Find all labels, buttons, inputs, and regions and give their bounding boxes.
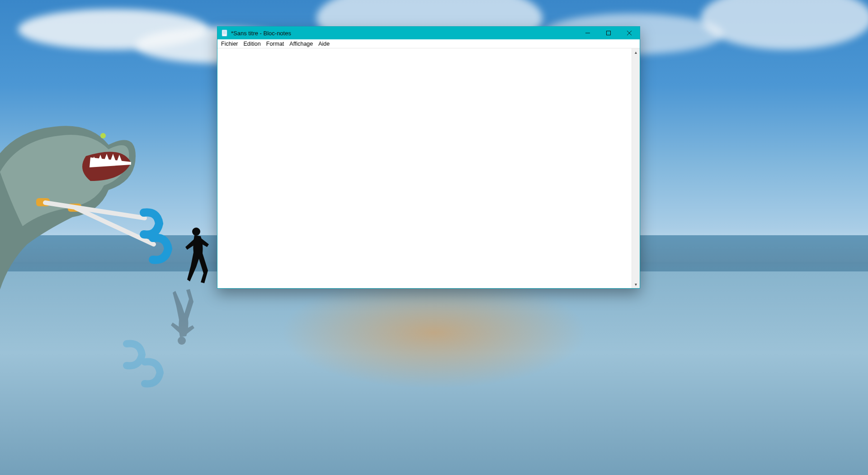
menu-view[interactable]: Affichage (287, 40, 316, 48)
menu-format[interactable]: Format (264, 40, 287, 48)
close-button[interactable] (619, 27, 640, 39)
scroll-down-arrow-icon[interactable]: ▾ (632, 280, 640, 288)
menu-file[interactable]: Fichier (218, 40, 241, 48)
close-icon (627, 31, 632, 35)
window-title: *Sans titre - Bloc-notes (231, 30, 291, 37)
svg-point-11 (178, 337, 186, 345)
menubar: Fichier Edition Format Affichage Aide (217, 39, 640, 48)
vertical-scrollbar[interactable]: ▴ ▾ (632, 48, 640, 288)
sand-glow-decoration (280, 276, 588, 389)
notepad-app-icon (221, 29, 228, 37)
scrollbar-track[interactable] (632, 56, 640, 280)
editor-area: ▴ ▾ (217, 48, 640, 288)
notepad-window[interactable]: *Sans titre - Bloc-notes Fichier Edition… (217, 26, 640, 289)
runner-reflection (166, 287, 198, 346)
cloud-decoration (701, 0, 868, 50)
scroll-up-arrow-icon[interactable]: ▴ (632, 48, 640, 56)
menu-edit[interactable]: Edition (241, 40, 264, 48)
runner-silhouette (181, 226, 212, 285)
dinosaur-illustration (0, 77, 181, 294)
svg-rect-12 (222, 30, 227, 36)
maximize-icon (606, 31, 611, 35)
minimize-button[interactable] (577, 27, 598, 39)
text-editor[interactable] (217, 48, 632, 288)
menu-help[interactable]: Aide (316, 40, 332, 48)
maximize-button[interactable] (598, 27, 619, 39)
titlebar[interactable]: *Sans titre - Bloc-notes (217, 27, 640, 39)
window-controls (577, 27, 640, 39)
svg-point-5 (100, 133, 106, 138)
svg-point-10 (192, 228, 200, 236)
svg-rect-17 (607, 31, 611, 35)
minimize-icon (585, 31, 590, 35)
